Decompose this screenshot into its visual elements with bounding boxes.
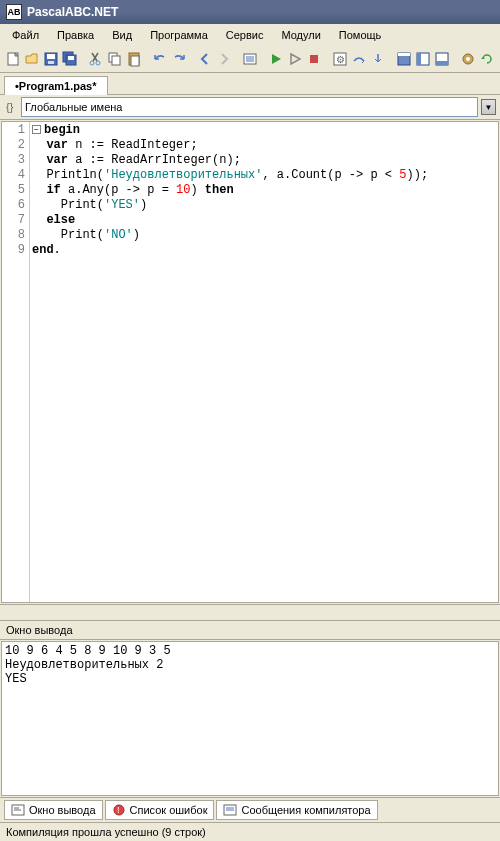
statusbar: Компиляция прошла успешно (9 строк) xyxy=(0,822,500,841)
scope-bar: {} Глобальные имена ▼ xyxy=(0,95,500,120)
undo-icon[interactable] xyxy=(151,48,169,70)
svg-point-7 xyxy=(90,61,94,65)
svg-text:!: ! xyxy=(117,805,120,815)
code-editor[interactable]: 123456789 −begin var n := ReadInteger; v… xyxy=(1,121,499,603)
titlebar: AB PascalABC.NET xyxy=(0,0,500,24)
cut-icon[interactable] xyxy=(87,48,105,70)
scope-dropdown[interactable]: Глобальные имена xyxy=(21,97,478,117)
step-over-icon[interactable] xyxy=(350,48,368,70)
save-icon[interactable] xyxy=(42,48,60,70)
toolbar: ⚙ xyxy=(0,46,500,73)
scope-icon: {} xyxy=(4,100,18,114)
run-icon[interactable] xyxy=(267,48,285,70)
run-no-debug-icon[interactable] xyxy=(286,48,304,70)
menu-view[interactable]: Вид xyxy=(104,27,140,43)
stop-icon[interactable] xyxy=(305,48,323,70)
menu-help[interactable]: Помощь xyxy=(331,27,390,43)
file-tabs: •Program1.pas* xyxy=(0,73,500,95)
tools-icon[interactable] xyxy=(459,48,477,70)
tab-output[interactable]: Окно вывода xyxy=(4,800,103,820)
output-header: Окно вывода xyxy=(0,620,500,640)
svg-rect-2 xyxy=(47,54,55,59)
menu-program[interactable]: Программа xyxy=(142,27,216,43)
svg-rect-3 xyxy=(48,61,54,64)
svg-text:{}: {} xyxy=(6,101,14,113)
refresh-icon[interactable] xyxy=(478,48,496,70)
panel-3-icon[interactable] xyxy=(433,48,451,70)
tab-errors-label: Список ошибок xyxy=(130,804,208,816)
svg-rect-6 xyxy=(68,56,74,60)
panel-2-icon[interactable] xyxy=(414,48,432,70)
menubar: Файл Правка Вид Программа Сервис Модули … xyxy=(0,24,500,46)
svg-text:⚙: ⚙ xyxy=(336,54,345,65)
step-into-icon[interactable] xyxy=(369,48,387,70)
panel-1-icon[interactable] xyxy=(395,48,413,70)
svg-rect-12 xyxy=(131,56,139,66)
open-file-icon[interactable] xyxy=(23,48,41,70)
scope-label: Глобальные имена xyxy=(25,101,123,113)
menu-file[interactable]: Файл xyxy=(4,27,47,43)
fold-toggle-icon[interactable]: − xyxy=(32,125,41,134)
paste-icon[interactable] xyxy=(125,48,143,70)
app-title: PascalABC.NET xyxy=(27,5,118,19)
dropdown-arrow-icon[interactable]: ▼ xyxy=(481,99,496,115)
output-body: 10 9 6 4 5 8 9 10 9 3 5 Неудовлетворител… xyxy=(1,641,499,796)
svg-rect-17 xyxy=(310,55,318,63)
svg-point-28 xyxy=(466,57,470,61)
save-all-icon[interactable] xyxy=(61,48,79,70)
copy-icon[interactable] xyxy=(106,48,124,70)
tab-output-label: Окно вывода xyxy=(29,804,96,816)
svg-rect-24 xyxy=(417,53,421,65)
code-content[interactable]: −begin var n := ReadInteger; var a := Re… xyxy=(30,122,498,602)
new-file-icon[interactable] xyxy=(4,48,22,70)
errors-tab-icon: ! xyxy=(112,803,126,817)
options-icon[interactable] xyxy=(241,48,259,70)
svg-point-8 xyxy=(96,61,100,65)
compile-icon[interactable]: ⚙ xyxy=(331,48,349,70)
status-text: Компиляция прошла успешно (9 строк) xyxy=(6,826,206,838)
app-icon: AB xyxy=(6,4,22,20)
menu-modules[interactable]: Модули xyxy=(273,27,328,43)
nav-back-icon[interactable] xyxy=(196,48,214,70)
line-gutter: 123456789 xyxy=(2,122,30,602)
nav-forward-icon[interactable] xyxy=(215,48,233,70)
redo-icon[interactable] xyxy=(170,48,188,70)
menu-service[interactable]: Сервис xyxy=(218,27,272,43)
svg-rect-26 xyxy=(436,61,448,65)
output-tab-icon xyxy=(11,803,25,817)
tab-compiler[interactable]: Сообщения компилятора xyxy=(216,800,377,820)
horizontal-scrollbar[interactable] xyxy=(0,604,500,620)
svg-rect-10 xyxy=(112,56,120,65)
menu-edit[interactable]: Правка xyxy=(49,27,102,43)
tab-errors[interactable]: ! Список ошибок xyxy=(105,800,215,820)
svg-rect-22 xyxy=(398,53,410,56)
bottom-tabs: Окно вывода ! Список ошибок Сообщения ко… xyxy=(0,797,500,822)
tab-compiler-label: Сообщения компилятора xyxy=(241,804,370,816)
compiler-tab-icon xyxy=(223,803,237,817)
tab-program1[interactable]: •Program1.pas* xyxy=(4,76,108,95)
